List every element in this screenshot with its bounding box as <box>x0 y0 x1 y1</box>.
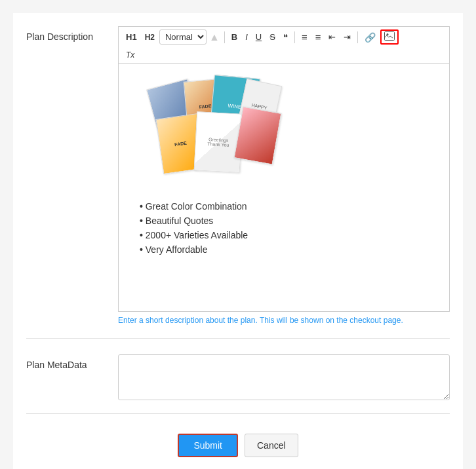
toolbar-link-button[interactable]: 🔗 <box>361 30 379 45</box>
toolbar-italic-button[interactable]: I <box>242 30 251 44</box>
toolbar-underline-button[interactable]: U <box>252 30 265 44</box>
toolbar-bold-button[interactable]: B <box>228 30 241 44</box>
toolbar-h2-button[interactable]: H2 <box>142 31 158 44</box>
toolbar-divider-2 <box>294 31 295 43</box>
editor-content[interactable]: FADE WINE HAPPY FADE GreetingsThank You <box>118 63 450 312</box>
toolbar-unordered-list-button[interactable]: ≡ <box>312 29 325 45</box>
toolbar-ordered-list-button[interactable]: ≡ <box>298 29 311 45</box>
toolbar-divider-1 <box>224 31 225 43</box>
editor-image-area: FADE WINE HAPPY FADE GreetingsThank You <box>127 70 441 181</box>
form-actions: Submit Cancel <box>26 434 450 457</box>
editor-toolbar: H1 H2 Normal ▲ B I U S ❝ ≡ ≡ ⇤ ⇥ 🔗 <box>118 26 450 47</box>
bullet-item-2: Beautiful Quotes <box>140 216 441 226</box>
metadata-input[interactable] <box>118 354 450 400</box>
toolbar-style-select[interactable]: Normal <box>159 29 207 45</box>
hint-static-text: Enter a short description about the plan… <box>118 316 258 325</box>
toolbar-divider-3 <box>357 31 358 43</box>
editor-wrapper: H1 H2 Normal ▲ B I U S ❝ ≡ ≡ ⇤ ⇥ 🔗 <box>118 26 450 325</box>
plan-metadata-row: Plan MetaData <box>26 354 450 414</box>
toolbar-outdent-button[interactable]: ⇥ <box>340 30 354 44</box>
plan-description-label: Plan Description <box>26 26 118 42</box>
toolbar-quote-button[interactable]: ❝ <box>280 30 291 44</box>
bullet-list: Great Color Combination Beautiful Quotes… <box>140 201 441 255</box>
submit-button[interactable]: Submit <box>178 434 238 457</box>
editor-hint: Enter a short description about the plan… <box>118 316 450 325</box>
editor-toolbar-row2: Tx <box>118 47 450 63</box>
form-container: Plan Description H1 H2 Normal ▲ B I U S … <box>13 13 463 469</box>
hint-colored-text: This will be shown on the checkout page. <box>260 316 403 325</box>
card-7 <box>234 106 282 164</box>
toolbar-h1-button[interactable]: H1 <box>123 30 140 44</box>
bullet-item-4: Very Affordable <box>140 244 441 255</box>
toolbar-indent-button[interactable]: ⇤ <box>325 30 339 44</box>
plan-metadata-label: Plan MetaData <box>26 354 118 370</box>
bullet-item-3: 2000+ Varieties Available <box>140 230 441 240</box>
plan-description-row: Plan Description H1 H2 Normal ▲ B I U S … <box>26 26 450 339</box>
card-collage: FADE WINE HAPPY FADE GreetingsThank You <box>140 77 284 181</box>
toolbar-image-button[interactable] <box>380 29 399 45</box>
cancel-button[interactable]: Cancel <box>245 434 298 457</box>
card-6: GreetingsThank You <box>194 111 243 173</box>
toolbar-clear-format-button[interactable]: Tx <box>123 48 138 62</box>
bullet-item-1: Great Color Combination <box>140 201 441 212</box>
toolbar-strikethrough-button[interactable]: S <box>266 30 279 44</box>
